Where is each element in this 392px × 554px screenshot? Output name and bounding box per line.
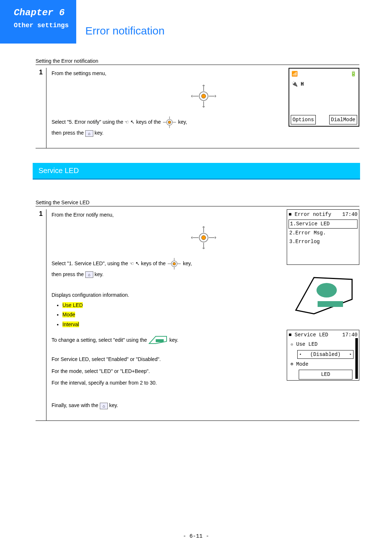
cursor-icon: ↖ <box>130 119 135 125</box>
value-disabled: ◂(Disabled)▸ <box>297 350 354 359</box>
text-line: Finally, save with the ⌂ key. <box>52 401 356 409</box>
device-screen-error-notify: ■ Error notify17:40 1.Service LED 2.Erro… <box>287 209 359 265</box>
svg-point-17 <box>201 235 206 240</box>
dialmode-button: DialMode <box>329 115 357 124</box>
step-body: From the Error notify menu, Select "1. S… <box>46 209 359 420</box>
device-screen-1: 📶 🔋 🔌 H Options DialMode <box>289 68 359 127</box>
joystick-icon <box>191 226 216 249</box>
page-header: Chapter 6 Other settings Error notificat… <box>0 0 392 44</box>
enter-key-icon: ⌂ <box>85 271 93 278</box>
service-led-heading: Service LED <box>33 163 360 180</box>
svg-marker-23 <box>202 248 205 249</box>
svg-marker-6 <box>202 85 205 86</box>
joystick-small-icon <box>167 257 181 270</box>
send-key-icon <box>148 335 168 346</box>
svg-point-33 <box>317 283 337 297</box>
device-screen-service-led: ■ Service LED17:40 ☼Use LED ◂(Disabled)▸… <box>287 330 359 381</box>
enter-key-icon: ⌂ <box>85 130 93 137</box>
svg-point-27 <box>173 262 176 265</box>
page-number: - 6-11 - <box>0 533 392 539</box>
joystick-icon <box>191 85 216 108</box>
svg-marker-25 <box>215 236 216 239</box>
step-number: 1 <box>36 68 46 148</box>
menu-item-selected: 1.Service LED <box>289 219 358 228</box>
step-body: From the settings menu, Select "5. Error… <box>46 68 359 148</box>
signal-icon: 📶 <box>291 70 298 78</box>
text-line: then press the ⌂ key. <box>52 129 356 137</box>
value-led: LED <box>299 370 352 379</box>
hand-icon: ☜ <box>124 119 130 126</box>
send-key-illustration <box>292 267 354 321</box>
svg-rect-32 <box>156 339 164 342</box>
svg-marker-9 <box>215 95 216 98</box>
options-button: Options <box>291 115 316 124</box>
svg-marker-24 <box>191 236 192 239</box>
section1-step: 1 From the settings menu, Select "5. Err… <box>36 68 359 148</box>
battery-icon: 🔋 <box>350 70 356 78</box>
section2-label: Setting the Service LED <box>36 200 359 206</box>
svg-marker-7 <box>202 106 205 108</box>
cursor-icon: ↖ <box>135 260 140 266</box>
screen-slot: 🔌 H <box>289 79 359 89</box>
svg-marker-8 <box>191 95 192 98</box>
section1-label: Setting the Error notification <box>36 58 359 65</box>
bullet-interval: Interval <box>62 320 356 328</box>
chapter-title: Chapter 6 <box>14 7 70 18</box>
joystick-small-icon <box>162 116 177 129</box>
hand-icon: ☜ <box>130 260 135 268</box>
chapter-subtitle: Other settings <box>14 22 70 29</box>
step-number: 1 <box>36 209 46 420</box>
main-title: Error notification <box>76 25 164 44</box>
svg-rect-34 <box>318 301 343 307</box>
enter-key-icon: ⌂ <box>100 403 108 409</box>
section2-step: 1 From the Error notify menu, Select <box>36 209 359 421</box>
svg-marker-22 <box>202 226 205 227</box>
scrollbar <box>355 338 358 379</box>
chapter-block: Chapter 6 Other settings <box>0 0 76 44</box>
menu-item: 3.Errorlog <box>287 238 359 246</box>
gear-icon: ⚙ <box>289 361 295 368</box>
menu-item: 2.Error Msg. <box>287 229 359 238</box>
led-icon: ☼ <box>289 341 295 348</box>
svg-point-11 <box>168 121 171 124</box>
svg-point-1 <box>201 94 206 98</box>
